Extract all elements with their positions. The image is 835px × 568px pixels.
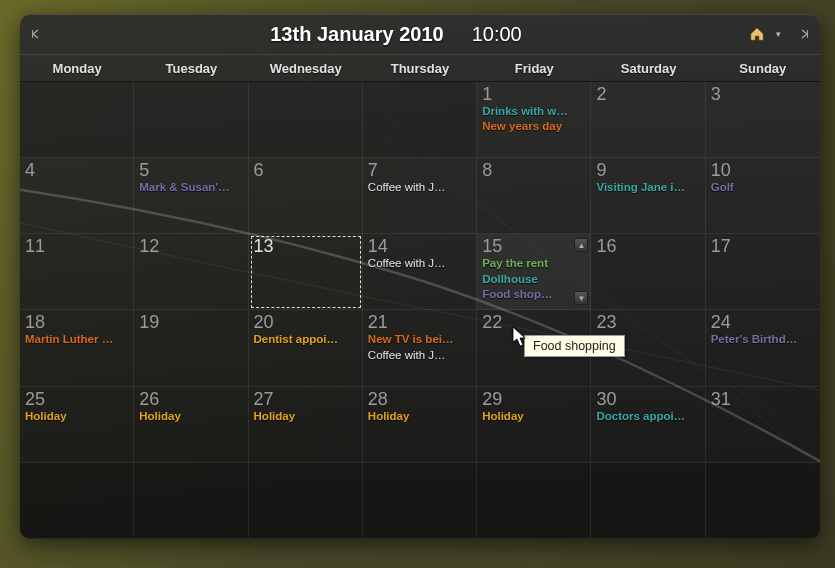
calendar-cell-empty: [20, 82, 134, 158]
calendar-event[interactable]: Martin Luther …: [25, 332, 128, 346]
calendar-cell[interactable]: 6: [249, 158, 363, 234]
calendar-cell[interactable]: 11: [20, 234, 134, 310]
day-headers: MondayTuesdayWednesdayThursdayFridaySatu…: [20, 54, 820, 82]
calendar-event[interactable]: Holiday: [254, 409, 357, 423]
day-header: Monday: [20, 55, 134, 81]
calendar-cell-empty: [591, 463, 705, 539]
day-number: 21: [368, 313, 471, 331]
day-number: 11: [25, 237, 128, 255]
calendar-grid: 1Drinks with w…New years day2345Mark & S…: [20, 82, 820, 539]
calendar-cell[interactable]: 13: [249, 234, 363, 310]
calendar-event[interactable]: Golf: [711, 180, 815, 194]
calendar-cell[interactable]: 28Holiday: [363, 387, 477, 463]
calendar-cell[interactable]: 20Dentist appoi…: [249, 310, 363, 386]
calendar-cell[interactable]: 12: [134, 234, 248, 310]
home-icon[interactable]: [748, 26, 766, 42]
day-number: 24: [711, 313, 815, 331]
day-number: 20: [254, 313, 357, 331]
day-number: 8: [482, 161, 585, 179]
calendar-cell[interactable]: 17: [706, 234, 820, 310]
day-number: 25: [25, 390, 128, 408]
calendar-event[interactable]: Holiday: [368, 409, 471, 423]
day-number: 10: [711, 161, 815, 179]
calendar-event[interactable]: Doctors appoi…: [596, 409, 699, 423]
calendar-cell[interactable]: 21New TV is bei…Coffee with J…: [363, 310, 477, 386]
calendar-cell-empty: [249, 82, 363, 158]
calendar-cell[interactable]: 25Holiday: [20, 387, 134, 463]
calendar-header: 13th January 201010:00 ▾: [20, 14, 820, 54]
day-number: 13: [254, 237, 357, 255]
calendar-cell[interactable]: 3: [706, 82, 820, 158]
calendar-cell[interactable]: 26Holiday: [134, 387, 248, 463]
day-header: Friday: [477, 55, 591, 81]
day-number: 29: [482, 390, 585, 408]
calendar-cell[interactable]: 10Golf: [706, 158, 820, 234]
calendar-cell[interactable]: 5Mark & Susan'…: [134, 158, 248, 234]
day-number: 19: [139, 313, 242, 331]
day-header: Saturday: [591, 55, 705, 81]
calendar-event[interactable]: Holiday: [482, 409, 585, 423]
calendar-cell[interactable]: 19: [134, 310, 248, 386]
next-button[interactable]: [796, 26, 812, 42]
calendar-event[interactable]: New TV is bei…: [368, 332, 471, 346]
calendar-cell-empty: [363, 82, 477, 158]
calendar-event[interactable]: Food shop…: [482, 287, 585, 301]
calendar-cell[interactable]: 30Doctors appoi…: [591, 387, 705, 463]
calendar-cell[interactable]: 29Holiday: [477, 387, 591, 463]
calendar-event[interactable]: Pay the rent: [482, 256, 585, 270]
calendar-event[interactable]: Holiday: [25, 409, 128, 423]
prev-button[interactable]: [28, 26, 44, 42]
event-tooltip: Food shopping: [524, 335, 625, 357]
day-number: 4: [25, 161, 128, 179]
calendar-event[interactable]: Dentist appoi…: [254, 332, 357, 346]
scroll-down-icon[interactable]: ▼: [574, 291, 588, 305]
day-number: 3: [711, 85, 815, 103]
calendar-event[interactable]: Coffee with J…: [368, 256, 471, 270]
day-number: 28: [368, 390, 471, 408]
calendar-cell-empty: [134, 463, 248, 539]
calendar-cell[interactable]: 9Visiting Jane i…: [591, 158, 705, 234]
day-number: 12: [139, 237, 242, 255]
calendar-cell-empty: [134, 82, 248, 158]
day-number: 17: [711, 237, 815, 255]
calendar-cell[interactable]: 2: [591, 82, 705, 158]
day-number: 18: [25, 313, 128, 331]
calendar-cell[interactable]: 16: [591, 234, 705, 310]
day-number: 14: [368, 237, 471, 255]
calendar-cell[interactable]: 4: [20, 158, 134, 234]
calendar-cell[interactable]: 1Drinks with w…New years day: [477, 82, 591, 158]
day-number: 7: [368, 161, 471, 179]
calendar-cell[interactable]: 24Peter's Birthd…: [706, 310, 820, 386]
calendar-event[interactable]: Coffee with J…: [368, 180, 471, 194]
calendar-cell-empty: [363, 463, 477, 539]
calendar-event[interactable]: Peter's Birthd…: [711, 332, 815, 346]
day-number: 22: [482, 313, 585, 331]
calendar-cell[interactable]: 27Holiday: [249, 387, 363, 463]
chevron-down-icon[interactable]: ▾: [772, 28, 784, 40]
day-header: Thursday: [363, 55, 477, 81]
calendar-event[interactable]: Dollhouse: [482, 272, 585, 286]
calendar-event[interactable]: Coffee with J…: [368, 348, 471, 362]
day-number: 9: [596, 161, 699, 179]
calendar-event[interactable]: Holiday: [139, 409, 242, 423]
calendar-cell[interactable]: 31: [706, 387, 820, 463]
day-number: 31: [711, 390, 815, 408]
day-number: 27: [254, 390, 357, 408]
day-header: Sunday: [706, 55, 820, 81]
calendar-cell[interactable]: 8: [477, 158, 591, 234]
scroll-up-icon[interactable]: ▲: [574, 238, 588, 252]
calendar-event[interactable]: Drinks with w…: [482, 104, 585, 118]
calendar-event[interactable]: Mark & Susan'…: [139, 180, 242, 194]
calendar-event[interactable]: Visiting Jane i…: [596, 180, 699, 194]
calendar-cell[interactable]: 15Pay the rentDollhouseFood shop…▲▼: [477, 234, 591, 310]
calendar-cell[interactable]: 14Coffee with J…: [363, 234, 477, 310]
header-title: 13th January 201010:00: [44, 23, 748, 46]
calendar-event[interactable]: New years day: [482, 119, 585, 133]
header-time: 10:00: [472, 23, 522, 45]
calendar-cell-empty: [706, 463, 820, 539]
calendar-cell[interactable]: 18Martin Luther …: [20, 310, 134, 386]
day-number: 30: [596, 390, 699, 408]
calendar-cell-empty: [477, 463, 591, 539]
day-number: 2: [596, 85, 699, 103]
calendar-cell[interactable]: 7Coffee with J…: [363, 158, 477, 234]
